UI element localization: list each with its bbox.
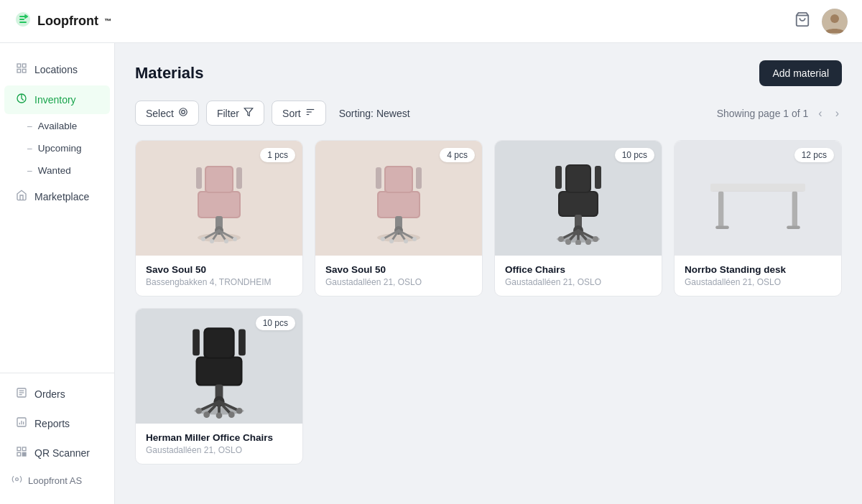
svg-point-74 — [558, 236, 564, 242]
product-location-p3: Gaustadalléen 21, OSLO — [505, 277, 652, 287]
logo-superscript: ™ — [104, 17, 111, 25]
svg-point-21 — [182, 111, 185, 114]
svg-point-58 — [389, 239, 394, 243]
logo-icon — [14, 11, 32, 32]
add-material-button[interactable]: Add material — [759, 60, 842, 86]
marketplace-icon — [16, 190, 27, 204]
brand-label: Loopfront AS — [28, 475, 82, 486]
product-grid-row2: 10 pcs — [135, 308, 842, 465]
product-info-p3: Office Chairs Gaustadalléen 21, OSLO — [495, 256, 662, 296]
svg-rect-47 — [386, 167, 412, 192]
product-card-p1[interactable]: 1 pcs — [135, 140, 303, 297]
product-image-p4: 12 pcs — [675, 141, 841, 256]
product-card-p3[interactable]: 10 pcs — [494, 140, 662, 297]
page-header: Materials Add material — [135, 60, 842, 86]
svg-rect-49 — [416, 167, 422, 189]
svg-point-102 — [228, 411, 235, 418]
svg-rect-30 — [206, 167, 232, 192]
svg-point-56 — [381, 237, 385, 241]
sidebar-item-label: QR Scanner — [34, 447, 90, 459]
sidebar-sub-label: Upcoming — [38, 143, 82, 154]
product-badge-p1: 1 pcs — [260, 148, 295, 162]
svg-rect-91 — [238, 329, 246, 355]
sidebar-sub-wanted[interactable]: Wanted — [4, 160, 110, 181]
svg-point-100 — [236, 407, 243, 414]
sidebar-bottom: Orders Reports QR Scanner Loopfront AS — [0, 373, 114, 493]
qr-scanner-icon — [16, 446, 27, 460]
product-badge-p3: 10 pcs — [615, 148, 654, 162]
main-layout: Locations Inventory Available Upcoming W… — [0, 43, 862, 504]
pagination-info: Showing page 1 of 1 ‹ › — [717, 104, 842, 123]
svg-rect-82 — [792, 192, 797, 228]
svg-point-40 — [233, 237, 237, 241]
svg-rect-48 — [376, 167, 381, 189]
svg-point-57 — [412, 237, 417, 241]
svg-rect-28 — [199, 192, 239, 217]
brand-icon — [11, 474, 22, 487]
product-badge-p5: 10 pcs — [256, 316, 295, 330]
sidebar-brand[interactable]: Loopfront AS — [0, 468, 114, 493]
orders-icon — [16, 387, 27, 401]
svg-rect-18 — [17, 452, 21, 456]
logo-text: Loopfront — [37, 14, 98, 29]
product-card-p4[interactable]: 12 pcs Norrbo Standing desk Gaustadallée… — [674, 140, 842, 297]
svg-rect-16 — [17, 447, 21, 451]
svg-rect-90 — [193, 329, 200, 355]
svg-point-41 — [210, 239, 214, 243]
svg-point-75 — [593, 236, 598, 242]
product-name-p2: Savo Soul 50 — [325, 264, 472, 275]
sidebar-item-locations[interactable]: Locations — [4, 55, 110, 84]
product-card-p2[interactable]: 4 pcs — [315, 140, 483, 297]
filter-label: Filter — [217, 108, 239, 119]
svg-point-39 — [201, 237, 205, 241]
product-location-p2: Gaustadalléen 21, OSLO — [325, 277, 472, 287]
svg-marker-22 — [244, 108, 253, 116]
svg-point-77 — [585, 239, 591, 245]
inventory-icon — [16, 93, 27, 107]
svg-rect-65 — [555, 166, 562, 189]
sidebar-item-label: Locations — [34, 64, 78, 75]
select-label: Select — [146, 108, 174, 119]
reports-icon — [16, 416, 27, 431]
svg-rect-89 — [205, 329, 233, 357]
sidebar-item-reports[interactable]: Reports — [4, 409, 110, 438]
product-info-p4: Norrbo Standing desk Gaustadalléen 21, O… — [675, 256, 841, 296]
svg-rect-45 — [379, 192, 419, 217]
filter-button[interactable]: Filter — [206, 101, 264, 126]
svg-point-2 — [830, 14, 839, 23]
sort-button[interactable]: Sort — [272, 101, 326, 126]
svg-rect-5 — [17, 69, 21, 73]
select-button[interactable]: Select — [135, 101, 199, 126]
logo[interactable]: Loopfront™ — [14, 11, 111, 32]
sidebar-sub-upcoming[interactable]: Upcoming — [4, 138, 110, 159]
sidebar-sub-available[interactable]: Available — [4, 116, 110, 136]
pagination-text: Showing page 1 of 1 — [717, 108, 809, 119]
product-name-p1: Savo Soul 50 — [146, 264, 292, 275]
svg-rect-64 — [567, 166, 590, 192]
product-card-p5[interactable]: 10 pcs — [135, 308, 303, 465]
svg-point-99 — [196, 407, 203, 414]
content-area: Materials Add material Select Filter Sor… — [115, 43, 862, 504]
sidebar-item-label: Inventory — [34, 94, 76, 106]
product-location-p4: Gaustadalléen 21, OSLO — [685, 277, 831, 287]
sidebar-item-marketplace[interactable]: Marketplace — [4, 182, 110, 211]
product-info-p2: Savo Soul 50 Gaustadalléen 21, OSLO — [315, 256, 482, 296]
user-avatar[interactable] — [822, 9, 848, 34]
svg-rect-3 — [17, 64, 21, 67]
sidebar-sub-label: Available — [38, 121, 78, 131]
svg-point-59 — [404, 239, 408, 243]
product-image-p3: 10 pcs — [495, 141, 662, 256]
svg-point-19 — [16, 478, 19, 481]
sidebar: Locations Inventory Available Upcoming W… — [0, 43, 115, 504]
header: Loopfront™ — [0, 0, 862, 43]
prev-page-button[interactable]: ‹ — [815, 104, 825, 123]
sidebar-item-orders[interactable]: Orders — [4, 380, 110, 409]
sidebar-item-label: Reports — [34, 418, 70, 429]
svg-rect-62 — [560, 192, 597, 215]
product-image-p1: 1 pcs — [136, 141, 302, 256]
next-page-button[interactable]: › — [833, 104, 842, 123]
cart-button[interactable] — [794, 11, 810, 31]
sidebar-item-qr-scanner[interactable]: QR Scanner — [4, 439, 110, 467]
sidebar-item-inventory[interactable]: Inventory — [4, 85, 110, 114]
product-image-p5: 10 pcs — [136, 309, 302, 424]
